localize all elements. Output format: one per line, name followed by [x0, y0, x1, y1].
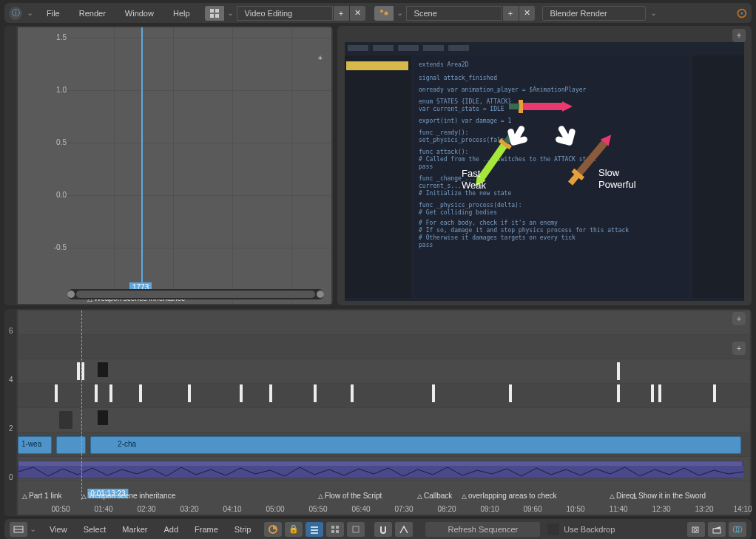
label-fast-weak: Fast Weak: [462, 168, 486, 191]
menu-view[interactable]: View: [42, 523, 75, 535]
top-header: ⓘ ⌄ File Render Window Help ⌄ Video Edit…: [4, 3, 752, 23]
svg-rect-18: [336, 530, 339, 533]
overlap-icon[interactable]: [729, 522, 746, 537]
svg-point-7: [740, 12, 743, 15]
ytick: 1.0: [49, 86, 67, 94]
sequencer-playhead[interactable]: [81, 311, 82, 500]
clapper-icon[interactable]: [708, 522, 726, 537]
video-sequencer-panel: 6 4 2 0 1-wea 2-cha: [4, 309, 752, 516]
display-mode-2-icon[interactable]: [326, 522, 344, 537]
seq-xtick: 10:50: [566, 505, 584, 513]
graph-playhead[interactable]: 1773: [141, 27, 143, 291]
graph-hscroll[interactable]: [67, 289, 324, 299]
label-slow-powerful: Slow Powerful: [598, 167, 636, 190]
graph-area[interactable]: 1.5 1.0 0.5 0.0 -0.5 1750 1800 1850 1900…: [18, 27, 331, 304]
seq-xtick: 08:20: [437, 505, 456, 513]
layout-add-button[interactable]: +: [333, 6, 349, 21]
code-line: signal attack_finished: [419, 75, 497, 81]
info-editor-icon[interactable]: ⓘ: [9, 7, 22, 20]
seq-xtick: 09:10: [480, 505, 499, 513]
graph-vscroll[interactable]: [4, 26, 16, 305]
sequencer-toolbar: ⌄ View Select Marker Add Frame Strip 🔒 R…: [4, 519, 752, 539]
backdrop-label: Use Backdrop: [564, 525, 615, 534]
layout-remove-button[interactable]: ✕: [349, 6, 365, 21]
strip-fragment[interactable]: [59, 411, 72, 429]
menu-marker[interactable]: Marker: [115, 523, 155, 535]
refresh-sequencer-button[interactable]: Refresh Sequencer: [425, 522, 540, 537]
preview-content: extends Area2D signal attack_finished on…: [345, 42, 744, 301]
seq-icon-pie[interactable]: [264, 522, 282, 537]
sequencer-area[interactable]: 6 4 2 0 1-wea 2-cha: [18, 311, 750, 515]
layout-icon[interactable]: [205, 6, 224, 21]
sequencer-vscroll[interactable]: [4, 309, 16, 516]
code-line: # Otherwise it damages targets on every …: [419, 234, 576, 241]
menu-strip[interactable]: Strip: [227, 523, 259, 535]
seq-marker[interactable]: Weapon scene inheritance: [81, 492, 175, 500]
middle-section: 1.5 1.0 0.5 0.0 -0.5 1750 1800 1850 1900…: [0, 26, 756, 305]
blender-logo-icon: [734, 7, 747, 20]
code-line: # Called from the ... switches to the AT…: [419, 156, 597, 163]
svg-rect-13: [311, 529, 318, 531]
snap-icon[interactable]: [374, 522, 392, 537]
menu-window[interactable]: Window: [116, 7, 163, 19]
code-line: current_s...: [419, 183, 462, 189]
video-strip[interactable]: 1-wea: [18, 436, 52, 454]
menu-add[interactable]: Add: [156, 523, 186, 535]
snap-type-icon[interactable]: [395, 522, 413, 537]
menu-frame[interactable]: Frame: [187, 523, 226, 535]
video-strip[interactable]: 2-cha: [90, 436, 741, 454]
code-line: func _ready():: [419, 129, 468, 136]
svg-rect-22: [713, 529, 720, 533]
seq-xtick: 11:40: [609, 505, 627, 513]
seq-xtick: 05:00: [266, 505, 284, 513]
seq-marker[interactable]: Flow of the Script: [318, 492, 382, 500]
svg-rect-19: [353, 526, 359, 532]
preview-panel-add-icon[interactable]: +: [732, 29, 746, 42]
graph-panel-add-icon[interactable]: +: [314, 51, 327, 64]
seq-marker[interactable]: Part 1 link: [22, 492, 61, 500]
seq-xtick: 12:30: [652, 505, 670, 513]
menu-select[interactable]: Select: [76, 523, 114, 535]
checkbox-icon[interactable]: [547, 523, 559, 535]
seq-xtick: 06:40: [351, 505, 370, 513]
seq-xtick: 02:30: [137, 505, 155, 513]
layout-name-field[interactable]: Video Editing: [237, 6, 333, 21]
lock-icon[interactable]: 🔒: [285, 522, 303, 537]
ide-file-tab: [346, 61, 408, 70]
menu-file[interactable]: File: [38, 7, 69, 19]
sequencer-add-icon[interactable]: +: [732, 312, 746, 325]
seq-marker[interactable]: Show it in the Sword: [632, 492, 706, 500]
scene-name-field[interactable]: Scene: [406, 6, 502, 21]
sword-pink-icon: [509, 100, 571, 113]
channel-label: 2: [9, 424, 13, 433]
code-line: # Get colliding bodies: [419, 209, 497, 216]
scene-icon[interactable]: [374, 6, 394, 21]
audio-strip[interactable]: [18, 461, 743, 478]
scene-add-button[interactable]: +: [502, 6, 519, 21]
camera-icon[interactable]: [687, 522, 705, 537]
code-line: # Initialize the new state: [419, 190, 511, 197]
editor-type-icon[interactable]: [10, 522, 27, 537]
seq-xtick: 00:50: [51, 505, 70, 513]
seq-xtick: 04:10: [223, 505, 241, 513]
ytick: 0.5: [49, 138, 67, 146]
seq-marker[interactable]: overlapping areas to check: [462, 492, 557, 500]
backdrop-toggle[interactable]: Use Backdrop: [547, 523, 615, 535]
svg-point-4: [380, 10, 383, 13]
svg-point-21: [694, 528, 697, 531]
code-line: # For each body, check if it's an enemy: [419, 220, 558, 226]
seq-xtick: 09:60: [523, 505, 541, 513]
seq-marker[interactable]: Callback: [417, 492, 452, 500]
menu-help[interactable]: Help: [164, 7, 199, 19]
seq-xtick: 14:10: [733, 505, 752, 513]
render-engine-select[interactable]: Blender Render: [542, 6, 646, 21]
svg-rect-16: [336, 526, 339, 529]
display-mode-3-icon[interactable]: [347, 522, 365, 537]
seq-xtick: 13:20: [695, 505, 713, 513]
code-line: func attack():: [419, 149, 468, 155]
display-mode-1-icon[interactable]: [306, 522, 323, 537]
menu-render[interactable]: Render: [70, 7, 115, 19]
code-line: func _physics_process(delta):: [419, 202, 522, 209]
scene-remove-button[interactable]: ✕: [519, 6, 535, 21]
sequencer-add-icon-2[interactable]: +: [732, 342, 746, 355]
